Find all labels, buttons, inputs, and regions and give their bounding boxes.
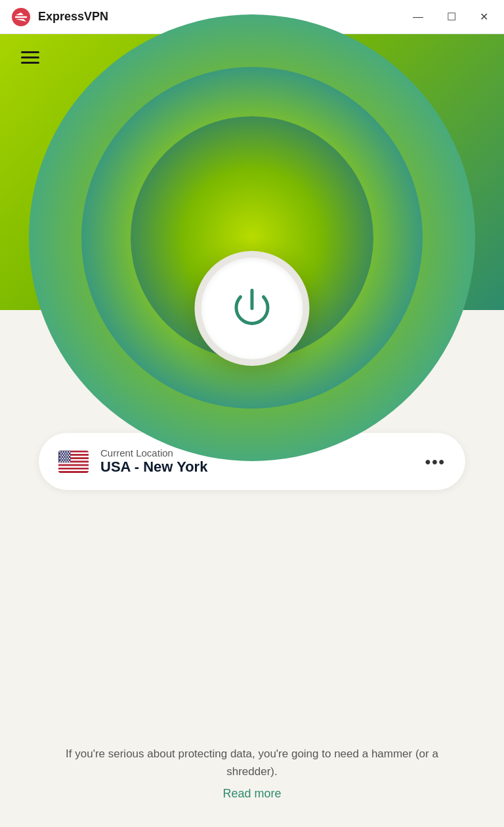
title-bar-left: ExpressVPN: [10, 7, 108, 28]
power-icon: [228, 284, 277, 333]
expressvpn-logo: [10, 7, 32, 28]
app-window: ExpressVPN — ☐ ✕: [0, 0, 504, 827]
hamburger-line-1: [21, 51, 39, 53]
close-button[interactable]: ✕: [474, 9, 494, 25]
title-bar-controls: — ☐ ✕: [408, 9, 494, 25]
power-button-wrapper: [195, 251, 310, 366]
maximize-button[interactable]: ☐: [442, 9, 461, 25]
hamburger-line-2: [21, 56, 39, 58]
power-button-outer: [195, 251, 310, 366]
hero-section: [0, 34, 504, 310]
power-button[interactable]: [201, 257, 303, 359]
menu-button[interactable]: [18, 49, 42, 66]
hamburger-line-3: [21, 62, 39, 64]
app-title: ExpressVPN: [38, 10, 108, 24]
bottom-tip: If you're serious about protecting data,…: [0, 725, 504, 827]
read-more-link[interactable]: Read more: [222, 787, 281, 801]
tip-text: If you're serious about protecting data,…: [52, 745, 452, 780]
minimize-button[interactable]: —: [408, 9, 429, 25]
